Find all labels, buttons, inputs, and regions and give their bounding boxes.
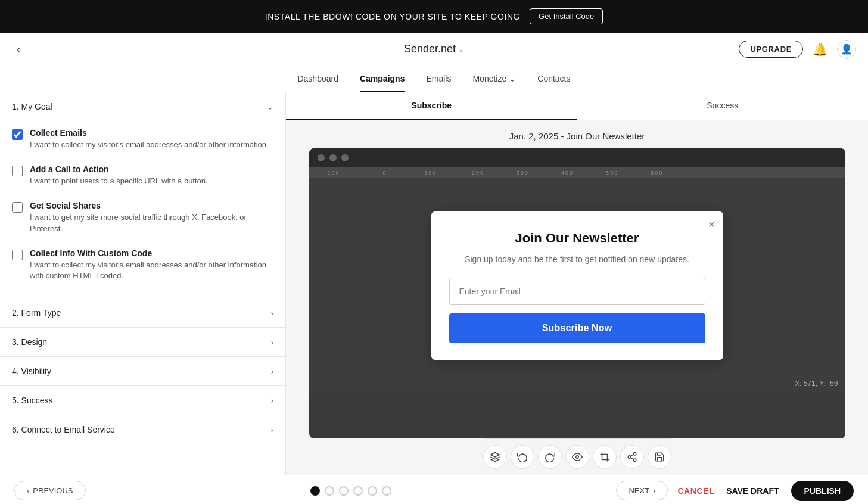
preview-area: Jan. 2, 2025 - Join Our Newsletter -100 … — [286, 120, 868, 475]
svg-line-6 — [630, 455, 633, 456]
goal-option-collect-emails[interactable]: Collect Emails I want to collect my visi… — [10, 121, 276, 157]
undo-icon-button[interactable] — [511, 445, 534, 469]
layers-icon-button[interactable] — [483, 445, 507, 469]
crop-icon-button[interactable] — [593, 445, 617, 469]
logo-chevron-icon: ⌄ — [458, 45, 464, 54]
svg-point-3 — [628, 456, 631, 459]
call-to-action-checkbox[interactable] — [12, 166, 23, 176]
progress-dot-1 — [310, 486, 320, 496]
popup-subscribe-button[interactable]: Subscribe Now — [449, 313, 705, 343]
goal-option-custom-code[interactable]: Collect Info With Custom Code I want to … — [10, 241, 276, 288]
prev-label: PREVIOUS — [33, 486, 73, 495]
notification-bell-icon[interactable]: 🔔 — [813, 42, 827, 57]
browser-dot-1 — [318, 154, 325, 161]
monetize-chevron-icon: ⌄ — [509, 74, 516, 83]
share-icon-button[interactable] — [620, 445, 644, 469]
coords-label: X: 571, Y: -59 — [795, 379, 838, 388]
next-chevron-icon: › — [653, 486, 655, 495]
goal-option-call-to-action[interactable]: Add a Call to Action I want to point use… — [10, 157, 276, 194]
preview-eye-icon-button[interactable] — [565, 445, 589, 469]
nav-item-dashboard[interactable]: Dashboard — [297, 67, 338, 92]
banner-text: INSTALL THE BDOW! CODE ON YOUR SITE TO K… — [265, 12, 520, 21]
form-type-label: 2. Form Type — [12, 308, 61, 318]
design-label: 3. Design — [12, 337, 47, 347]
call-to-action-title: Add a Call to Action — [30, 164, 208, 174]
progress-dot-3 — [339, 486, 349, 496]
back-button[interactable]: ‹ — [12, 40, 26, 58]
svg-point-4 — [633, 459, 636, 462]
redo-icon-button[interactable] — [538, 445, 562, 469]
popup-close-button[interactable]: × — [708, 219, 715, 231]
next-label: NEXT — [629, 486, 649, 495]
progress-dot-2 — [325, 486, 334, 496]
connect-email-label: 6. Connect to Email Service — [12, 425, 115, 434]
goal-option-social-shares[interactable]: Get Social Shares I want to get my site … — [10, 194, 276, 241]
save-draft-button[interactable]: SAVE DRAFT — [726, 486, 779, 496]
nav-item-monetize[interactable]: Monetize ⌄ — [472, 67, 516, 92]
nav-item-campaigns[interactable]: Campaigns — [360, 67, 405, 92]
publish-button[interactable]: PUBLISH — [791, 481, 854, 501]
visibility-header[interactable]: 4. Visibility › — [0, 357, 285, 385]
form-type-chevron-icon: › — [271, 309, 273, 318]
nav-item-contacts[interactable]: Contacts — [537, 67, 570, 92]
svg-point-2 — [633, 453, 636, 456]
tab-success[interactable]: Success — [577, 92, 869, 120]
cancel-button[interactable]: CANCEL — [677, 486, 714, 496]
social-shares-checkbox[interactable] — [12, 202, 23, 213]
visibility-chevron-icon: › — [271, 367, 273, 376]
collect-emails-desc: I want to collect my visitor's email add… — [30, 139, 269, 150]
logo[interactable]: Sender.net ⌄ — [404, 43, 464, 55]
svg-line-5 — [630, 458, 633, 459]
custom-code-title: Collect Info With Custom Code — [30, 248, 273, 258]
progress-dot-6 — [382, 486, 391, 496]
ruler-bar: -100 0 100 200 300 400 500 600 — [309, 167, 845, 178]
collect-emails-checkbox[interactable] — [12, 129, 23, 140]
success-header[interactable]: 5. Success › — [0, 386, 285, 415]
connect-email-header[interactable]: 6. Connect to Email Service › — [0, 415, 285, 444]
collect-emails-title: Collect Emails — [30, 128, 269, 138]
popup-email-input[interactable] — [449, 278, 705, 305]
previous-button[interactable]: ‹ PREVIOUS — [14, 481, 86, 500]
tab-subscribe[interactable]: Subscribe — [286, 92, 577, 120]
progress-dot-5 — [368, 486, 377, 496]
my-goal-header[interactable]: 1. My Goal ⌄ — [0, 92, 285, 121]
popup-subtitle: Sign up today and be the first to get no… — [449, 253, 705, 266]
header-right: UPGRADE 🔔 👤 — [739, 40, 856, 59]
sidebar-section-my-goal: 1. My Goal ⌄ Collect Emails I want to co… — [0, 92, 285, 298]
install-code-button[interactable]: Get Install Code — [530, 8, 603, 24]
sidebar-section-success: 5. Success › — [0, 386, 285, 415]
social-shares-title: Get Social Shares — [30, 201, 273, 210]
content-tabs: Subscribe Success — [286, 92, 868, 120]
success-label: 5. Success — [12, 396, 52, 405]
header: ‹ Sender.net ⌄ UPGRADE 🔔 👤 — [0, 33, 868, 66]
progress-dots — [95, 486, 607, 496]
prev-chevron-icon: ‹ — [27, 486, 29, 495]
sidebar-section-design: 3. Design › — [0, 328, 285, 357]
custom-code-checkbox[interactable] — [12, 250, 23, 260]
sidebar-section-connect-email: 6. Connect to Email Service › — [0, 415, 285, 444]
bottom-bar: ‹ PREVIOUS NEXT › CANCEL SAVE DRAFT PUBL… — [0, 475, 868, 504]
browser-top-bar — [309, 148, 845, 167]
nav-item-emails[interactable]: Emails — [426, 67, 451, 92]
call-to-action-desc: I want to point users to a specific URL … — [30, 176, 208, 186]
next-button[interactable]: NEXT › — [616, 481, 668, 500]
form-type-header[interactable]: 2. Form Type › — [0, 298, 285, 327]
bottom-right-actions: CANCEL SAVE DRAFT PUBLISH — [677, 481, 854, 501]
popup-modal: × Join Our Newsletter Sign up today and … — [431, 211, 723, 360]
social-shares-desc: I want to get my site more social traffi… — [30, 212, 273, 234]
avatar[interactable]: 👤 — [837, 40, 856, 59]
svg-marker-0 — [490, 453, 499, 458]
logo-text: Sender.net — [404, 43, 456, 55]
sidebar-section-form-type: 2. Form Type › — [0, 298, 285, 328]
design-header[interactable]: 3. Design › — [0, 328, 285, 356]
design-chevron-icon: › — [271, 338, 273, 347]
save-icon-button[interactable] — [648, 445, 671, 469]
connect-email-chevron-icon: › — [271, 425, 273, 434]
custom-code-desc: I want to collect my visitor's email add… — [30, 260, 273, 281]
my-goal-label: 1. My Goal — [12, 102, 52, 111]
upgrade-button[interactable]: UPGRADE — [739, 41, 803, 58]
goal-options: Collect Emails I want to collect my visi… — [0, 121, 285, 298]
success-chevron-icon: › — [271, 396, 273, 405]
top-banner: INSTALL THE BDOW! CODE ON YOUR SITE TO K… — [0, 0, 868, 33]
sidebar-section-visibility: 4. Visibility › — [0, 357, 285, 386]
